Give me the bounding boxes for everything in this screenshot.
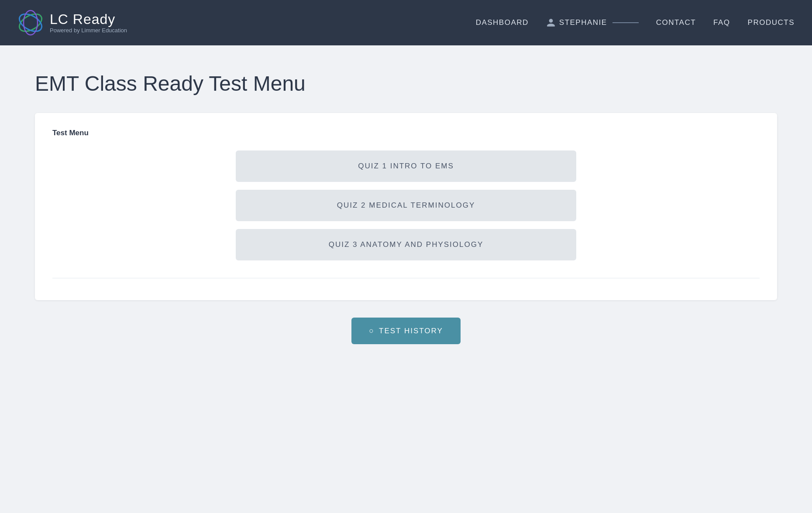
logo-title: LC Ready: [50, 12, 127, 27]
test-history-button[interactable]: ○ TEST HISTORY: [351, 318, 461, 344]
main-content: EMT Class Ready Test Menu Test Menu QUIZ…: [0, 45, 812, 370]
nav-underline: [612, 22, 639, 23]
page-title: EMT Class Ready Test Menu: [35, 72, 777, 96]
nav-dashboard[interactable]: DASHBOARD: [476, 18, 529, 27]
logo-icon: [17, 10, 44, 36]
card-section-title: Test Menu: [52, 129, 760, 137]
nav-faq[interactable]: FAQ: [713, 18, 730, 27]
quiz-button-3[interactable]: QUIZ 3 ANATOMY AND PHYSIOLOGY: [236, 229, 576, 260]
header: LC Ready Powered by Limmer Education DAS…: [0, 0, 812, 45]
card-divider: [52, 278, 760, 278]
nav-user[interactable]: STEPHANIE: [546, 18, 639, 27]
test-history-area: ○ TEST HISTORY: [35, 318, 777, 344]
nav-products[interactable]: PRODUCTS: [748, 18, 795, 27]
logo-text: LC Ready Powered by Limmer Education: [50, 12, 127, 34]
user-icon: [546, 18, 556, 27]
svg-point-4: [28, 20, 33, 25]
main-nav: DASHBOARD STEPHANIE CONTACT FAQ PRODUCTS: [476, 18, 795, 27]
nav-user-name: STEPHANIE: [559, 18, 607, 27]
quiz-buttons-area: QUIZ 1 INTRO TO EMS QUIZ 2 MEDICAL TERMI…: [52, 150, 760, 260]
logo-area[interactable]: LC Ready Powered by Limmer Education: [17, 10, 127, 36]
quiz-button-2[interactable]: QUIZ 2 MEDICAL TERMINOLOGY: [236, 190, 576, 221]
logo-subtitle: Powered by Limmer Education: [50, 27, 127, 34]
quiz-button-1[interactable]: QUIZ 1 INTRO TO EMS: [236, 150, 576, 182]
test-history-label: TEST HISTORY: [379, 327, 443, 335]
nav-contact[interactable]: CONTACT: [656, 18, 696, 27]
test-menu-card: Test Menu QUIZ 1 INTRO TO EMS QUIZ 2 MED…: [35, 113, 777, 300]
clock-icon: ○: [369, 326, 375, 335]
